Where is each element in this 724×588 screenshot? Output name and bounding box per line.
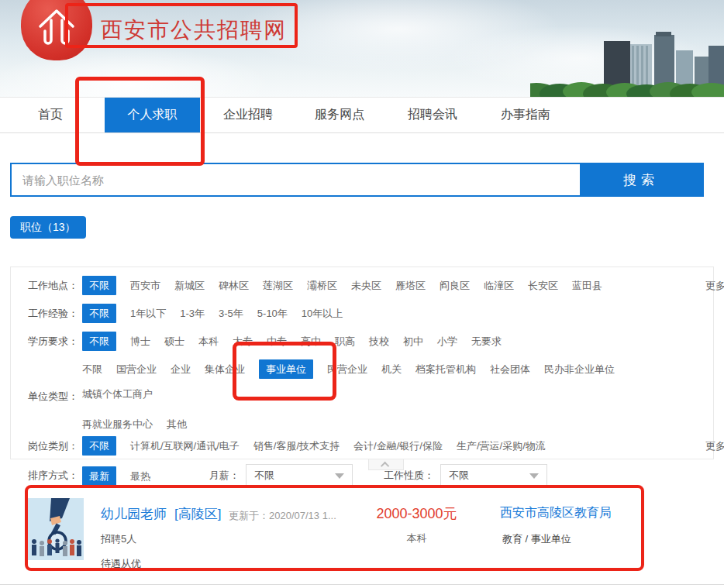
site-banner: 西安市公共招聘网	[0, 0, 724, 97]
site-logo[interactable]	[21, 0, 92, 60]
filter-option[interactable]: 灞桥区	[307, 276, 337, 295]
nav-item-personal-jobseeking[interactable]: 个人求职	[105, 98, 200, 132]
recruitment-logo-icon	[36, 6, 78, 50]
filter-option[interactable]: 职高	[335, 332, 355, 351]
filter-option[interactable]: 计算机/互联网/通讯/电子	[130, 436, 240, 456]
filter-option[interactable]: 生产/营运/采购/物流	[457, 436, 546, 456]
filter-option[interactable]: 最热	[130, 466, 150, 486]
search-bar: 搜索	[10, 163, 704, 197]
job-region[interactable]: [高陵区]	[174, 505, 221, 523]
filter-row: 岗位类别：不限计算机/互联网/通讯/电子销售/客服/技术支持会计/金融/银行/保…	[28, 436, 710, 456]
filter-option[interactable]: 1-3年	[180, 304, 205, 323]
filter-option[interactable]: 集体企业	[205, 359, 245, 379]
filter-dropdown[interactable]: 不限	[440, 464, 547, 487]
results-count-badge: 职位（13）	[10, 216, 86, 239]
filter-row: 单位类型：不限国营企业企业集体企业事业单位民营企业机关档案托管机构社会团体民办非…	[28, 359, 710, 434]
filter-option[interactable]: 企业	[171, 359, 191, 379]
nav-item-enterprise-recruiting[interactable]: 企业招聘	[217, 98, 279, 132]
filter-row: 工作地点：不限西安市新城区碑林区莲湖区灞桥区未央区雁塔区阎良区临潼区长安区蓝田县	[28, 276, 710, 295]
filter-option[interactable]: 其他	[167, 414, 187, 434]
filter-option[interactable]: 阎良区	[440, 276, 470, 295]
filter-option[interactable]: 3-5年	[219, 304, 243, 323]
dropdown-label: 工作性质：	[384, 469, 434, 483]
dropdown-value: 不限	[449, 469, 469, 483]
filter-option[interactable]: 5-10年	[257, 304, 288, 323]
search-input[interactable]	[12, 164, 580, 195]
chevron-down-icon	[529, 473, 539, 479]
filter-option[interactable]: 硕士	[164, 332, 184, 351]
filter-option[interactable]: 社会团体	[490, 359, 530, 379]
filter-row: 学历要求：不限博士硕士本科大专中专高中职高技校初中小学无要求	[28, 332, 710, 351]
filter-option[interactable]: 本科	[198, 332, 219, 351]
filter-row: 工作经验：不限1年以下1-3年3-5年5-10年10年以上	[28, 304, 710, 323]
page: 西安市公共招聘网 首页 个人求职 企业招聘 服务网点 招聘会讯 办事指南 搜索 …	[0, 0, 724, 588]
job-company-link[interactable]: 西安市高陵区教育局	[500, 505, 612, 521]
filter-row-label: 排序方式：	[28, 469, 76, 483]
filter-option[interactable]: 民营企业	[327, 359, 367, 379]
filter-row-label: 工作地点：	[28, 279, 76, 293]
filter-option[interactable]: 新城区	[174, 276, 205, 295]
filter-option[interactable]: 国营企业	[116, 359, 157, 379]
dropdown-value: 不限	[254, 469, 274, 483]
more-link[interactable]: 更多	[705, 276, 724, 295]
search-button[interactable]: 搜索	[580, 164, 702, 195]
filter-option[interactable]: 碑林区	[219, 276, 249, 295]
filter-option-selected[interactable]: 不限	[82, 332, 116, 351]
nav-item-service-outlets[interactable]: 服务网点	[309, 98, 371, 132]
filter-option[interactable]: 档案托管机构	[415, 359, 476, 379]
filter-option[interactable]: 小学	[437, 332, 457, 351]
more-link[interactable]: 更多	[705, 436, 724, 456]
filter-option-selected[interactable]: 不限	[82, 276, 116, 295]
filter-option[interactable]: 机关	[381, 359, 402, 379]
job-title-link[interactable]: 幼儿园老师	[101, 505, 167, 523]
filter-option-selected[interactable]: 最新	[82, 466, 116, 486]
filter-option[interactable]: 不限	[82, 359, 102, 379]
nav-item-service-guide[interactable]: 办事指南	[495, 98, 557, 132]
job-category: 教育 / 事业单位	[502, 532, 571, 546]
main-navigation: 首页 个人求职 企业招聘 服务网点 招聘会讯 办事指南	[0, 97, 724, 133]
filter-option[interactable]: 再就业服务中心	[82, 414, 153, 434]
list-divider	[0, 584, 724, 585]
job-updated-time: 更新于：2020/07/13 1...	[229, 509, 336, 523]
filter-option[interactable]: 高中	[301, 332, 321, 351]
filter-collapse-tab[interactable]	[368, 459, 404, 470]
filter-option[interactable]: 城镇个体工商户	[82, 384, 153, 404]
filter-option[interactable]: 博士	[130, 332, 150, 351]
filter-option[interactable]: 西安市	[130, 276, 160, 295]
filter-row-label: 单位类型：	[28, 390, 76, 404]
filter-option[interactable]: 长安区	[528, 276, 558, 295]
filter-option[interactable]: 临潼区	[484, 276, 514, 295]
filter-option[interactable]: 大专	[233, 332, 253, 351]
city-skyline-illustration	[530, 12, 724, 97]
filter-option[interactable]: 未央区	[351, 276, 381, 295]
filter-option-selected[interactable]: 不限	[82, 304, 116, 323]
filter-option-selected[interactable]: 不限	[82, 436, 116, 456]
filter-option-selected[interactable]: 事业单位	[259, 359, 313, 379]
nav-item-home[interactable]: 首页	[35, 98, 66, 132]
dropdown-label: 月薪：	[209, 469, 240, 483]
filter-option[interactable]: 会计/金融/银行/保险	[353, 436, 443, 456]
filter-panel: 工作地点：不限西安市新城区碑林区莲湖区灞桥区未央区雁塔区阎良区临潼区长安区蓝田县…	[10, 266, 714, 459]
filter-option[interactable]: 初中	[403, 332, 423, 351]
filter-option[interactable]: 雁塔区	[395, 276, 426, 295]
chevron-down-icon	[335, 473, 344, 479]
filter-option[interactable]: 1年以下	[130, 304, 166, 323]
filter-option[interactable]: 无要求	[471, 332, 502, 351]
filter-option[interactable]: 蓝田县	[572, 276, 602, 295]
filter-option[interactable]: 莲湖区	[263, 276, 293, 295]
filter-row-label: 岗位类别：	[28, 439, 76, 453]
chevron-up-icon	[381, 461, 389, 469]
filter-option[interactable]: 10年以上	[302, 304, 343, 323]
job-title-row: 幼儿园老师 [高陵区]	[101, 505, 221, 523]
filter-option[interactable]: 中专	[267, 332, 287, 351]
nav-item-job-fair-news[interactable]: 招聘会讯	[402, 98, 464, 132]
job-salary: 2000-3000元	[353, 504, 481, 523]
site-title: 西安市公共招聘网	[101, 15, 287, 45]
filter-option[interactable]: 民办非企业单位	[544, 359, 615, 379]
filter-option[interactable]: 技校	[369, 332, 389, 351]
filter-row-label: 工作经验：	[28, 307, 76, 321]
filter-dropdown[interactable]: 不限	[246, 464, 353, 487]
job-search-illustration[interactable]	[28, 498, 84, 560]
job-headcount: 招聘5人	[101, 532, 136, 546]
filter-option[interactable]: 销售/客服/技术支持	[253, 436, 340, 456]
